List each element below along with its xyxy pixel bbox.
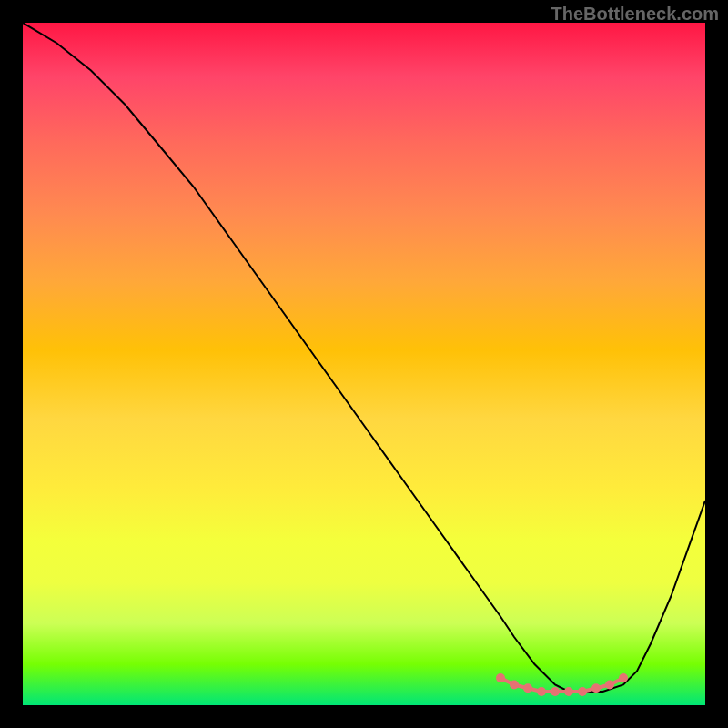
- marker-dot: [592, 683, 601, 693]
- chart-svg: [23, 23, 705, 705]
- marker-dot: [578, 687, 587, 696]
- marker-connector: [500, 678, 623, 692]
- marker-dot: [523, 683, 532, 693]
- optimal-range-markers: [496, 673, 628, 696]
- marker-dot: [510, 681, 519, 690]
- marker-dot: [619, 673, 628, 682]
- marker-dot: [564, 687, 573, 696]
- marker-dot: [496, 673, 505, 682]
- watermark-text: TheBottleneck.com: [551, 4, 719, 25]
- marker-dot: [551, 687, 560, 696]
- marker-dot: [537, 687, 546, 696]
- marker-dot: [605, 681, 614, 690]
- chart-gradient-background: [23, 23, 705, 705]
- bottleneck-curve-line: [23, 23, 705, 692]
